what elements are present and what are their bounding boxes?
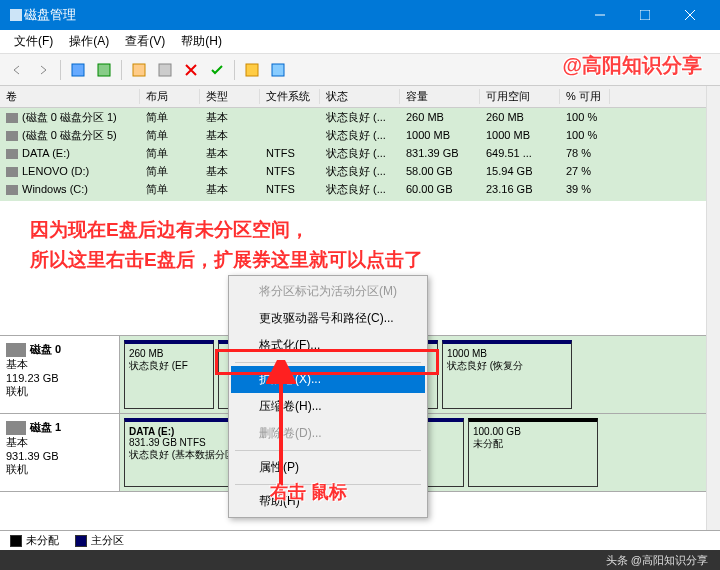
menu-file[interactable]: 文件(F) xyxy=(6,33,61,50)
partition[interactable]: 1000 MB 状态良好 (恢复分 xyxy=(442,340,572,409)
svg-rect-5 xyxy=(72,64,84,76)
col-pct[interactable]: % 可用 xyxy=(560,89,610,104)
toolbar-icon[interactable] xyxy=(267,59,289,81)
svg-rect-0 xyxy=(10,9,22,21)
footer-credit: 头条 @高阳知识分享 xyxy=(606,553,708,568)
toolbar-icon[interactable] xyxy=(67,59,89,81)
menu-change-letter[interactable]: 更改驱动器号和路径(C)... xyxy=(231,305,425,332)
menu-delete-volume: 删除卷(D)... xyxy=(231,420,425,447)
col-volume[interactable]: 卷 xyxy=(0,89,140,104)
toolbar-check-icon[interactable] xyxy=(206,59,228,81)
svg-rect-8 xyxy=(159,64,171,76)
col-free[interactable]: 可用空间 xyxy=(480,89,560,104)
partition[interactable]: 260 MB 状态良好 (EF xyxy=(124,340,214,409)
annotation-rightclick: 右击 鼠标 xyxy=(270,480,347,504)
toolbar-icon[interactable] xyxy=(241,59,263,81)
forward-button[interactable] xyxy=(32,59,54,81)
legend-primary: 主分区 xyxy=(91,534,124,546)
title-bar: 磁盘管理 xyxy=(0,0,720,30)
disk-1-info: 磁盘 1 基本 931.39 GB 联机 xyxy=(0,414,120,491)
svg-rect-7 xyxy=(133,64,145,76)
menu-extend-volume[interactable]: 扩展卷(X)... xyxy=(231,366,425,393)
col-type[interactable]: 类型 xyxy=(200,89,260,104)
disk-0-info: 磁盘 0 基本 119.23 GB 联机 xyxy=(0,336,120,413)
menu-shrink-volume[interactable]: 压缩卷(H)... xyxy=(231,393,425,420)
back-button[interactable] xyxy=(6,59,28,81)
svg-rect-2 xyxy=(640,10,650,20)
partition-unallocated[interactable]: 100.00 GB 未分配 xyxy=(468,418,598,487)
app-icon xyxy=(8,7,24,23)
svg-rect-6 xyxy=(98,64,110,76)
disk-icon xyxy=(6,421,26,435)
maximize-button[interactable] xyxy=(622,0,667,30)
close-button[interactable] xyxy=(667,0,712,30)
svg-rect-10 xyxy=(272,64,284,76)
volume-row[interactable]: DATA (E:)简单基本NTFS状态良好 (...831.39 GB649.5… xyxy=(0,144,720,162)
volume-list-header: 卷 布局 类型 文件系统 状态 容量 可用空间 % 可用 xyxy=(0,86,720,108)
toolbar-delete-icon[interactable] xyxy=(180,59,202,81)
menu-properties[interactable]: 属性(P) xyxy=(231,454,425,481)
annotation-text: 因为现在E盘后边有未分区空间， 所以这里右击E盘后，扩展券这里就可以点击了 xyxy=(30,215,423,276)
menu-help[interactable]: 帮助(H) xyxy=(173,33,230,50)
legend: 未分配 主分区 xyxy=(0,530,720,550)
toolbar-icon[interactable] xyxy=(93,59,115,81)
volume-list-pane: 卷 布局 类型 文件系统 状态 容量 可用空间 % 可用 (磁盘 0 磁盘分区 … xyxy=(0,86,720,201)
menu-mark-active: 将分区标记为活动分区(M) xyxy=(231,278,425,305)
menu-format[interactable]: 格式化(F)... xyxy=(231,332,425,359)
volume-row[interactable]: LENOVO (D:)简单基本NTFS状态良好 (...58.00 GB15.9… xyxy=(0,162,720,180)
volume-row[interactable]: Windows (C:)简单基本NTFS状态良好 (...60.00 GB23.… xyxy=(0,180,720,198)
col-status[interactable]: 状态 xyxy=(320,89,400,104)
minimize-button[interactable] xyxy=(577,0,622,30)
volume-row[interactable]: (磁盘 0 磁盘分区 1)简单基本状态良好 (...260 MB260 MB10… xyxy=(0,108,720,126)
svg-rect-9 xyxy=(246,64,258,76)
vertical-scrollbar[interactable] xyxy=(706,86,720,530)
footer-bar: 头条 @高阳知识分享 xyxy=(0,550,720,570)
watermark-text: @高阳知识分享 xyxy=(562,52,702,79)
col-fs[interactable]: 文件系统 xyxy=(260,89,320,104)
disk-icon xyxy=(6,343,26,357)
col-capacity[interactable]: 容量 xyxy=(400,89,480,104)
toolbar-icon[interactable] xyxy=(154,59,176,81)
col-layout[interactable]: 布局 xyxy=(140,89,200,104)
menu-bar: 文件(F) 操作(A) 查看(V) 帮助(H) xyxy=(0,30,720,54)
window-title: 磁盘管理 xyxy=(24,6,577,24)
menu-view[interactable]: 查看(V) xyxy=(117,33,173,50)
volume-row[interactable]: (磁盘 0 磁盘分区 5)简单基本状态良好 (...1000 MB1000 MB… xyxy=(0,126,720,144)
legend-unallocated: 未分配 xyxy=(26,534,59,546)
menu-action[interactable]: 操作(A) xyxy=(61,33,117,50)
toolbar-icon[interactable] xyxy=(128,59,150,81)
